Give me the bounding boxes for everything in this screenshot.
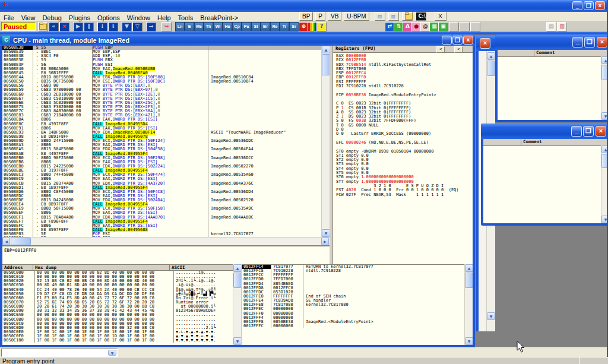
disasm-row[interactable]: 0050BEFE.E8 8597F8FFCALL ImageRed.004956…: [2, 228, 321, 232]
window-close-button[interactable]: ×: [597, 37, 607, 48]
menu-item-help[interactable]: Help: [154, 14, 175, 22]
menu-item-file[interactable]: File: [0, 14, 18, 22]
dump-scrollbar[interactable]: ▲ ▼: [233, 264, 241, 345]
disassembly-pane[interactable]: 0050BE38$55PUSH EBP0050BE39.8BECMOV EBP,…: [2, 46, 321, 237]
menu-item-debug[interactable]: Debug: [39, 14, 65, 22]
comment-window-titlebar[interactable]: _ ❐ ×: [495, 34, 608, 50]
help-icon[interactable]: ?: [316, 22, 327, 31]
pane-button-ln[interactable]: Ln: [175, 22, 185, 31]
bp-button-p[interactable]: P: [315, 12, 325, 21]
window-minimize-button[interactable]: _: [572, 37, 583, 48]
disassembly-scrollbar[interactable]: ▲ ▼: [321, 46, 330, 237]
register-line[interactable]: EFL 00000246 (NO,NB,E,BE,NS,PE,GE,LE): [336, 141, 471, 145]
registers-prev-icon[interactable]: <: [436, 46, 445, 53]
column-comment[interactable]: Comment: [534, 50, 608, 56]
registers-pane[interactable]: Registers (FPU) < < EAX 00000000ECX 0012…: [332, 46, 473, 264]
restart-icon[interactable]: «: [49, 22, 59, 31]
folder-icon[interactable]: [402, 12, 413, 21]
step-over-icon[interactable]: ⇓: [108, 22, 118, 31]
stack-scrollbar[interactable]: ▲ ▼: [464, 264, 473, 345]
scroll-down-icon[interactable]: ▼: [233, 337, 242, 345]
bp-close-button[interactable]: X: [435, 12, 446, 21]
dump-header-address[interactable]: Address: [2, 265, 33, 270]
register-line[interactable]: T 0 GS 0000 NULL: [336, 124, 471, 128]
stack-pane[interactable]: 0012FFC47C817077RETURN to kernel32.7C817…: [242, 264, 464, 345]
dump-pane[interactable]: 0050C00000 00 00 00 00 00 00 00 02 8D 40…: [2, 271, 233, 345]
pane-button-pa[interactable]: Pa: [242, 22, 251, 31]
cpu-minimize-button[interactable]: _: [442, 36, 452, 45]
pause-icon[interactable]: ∥: [84, 22, 94, 31]
scroll-thumb[interactable]: [11, 238, 31, 245]
scroll-thumb[interactable]: [322, 54, 330, 75]
layout-two-icon[interactable]: ▥: [557, 22, 567, 31]
window-icon[interactable]: ▣: [438, 22, 448, 31]
bp-button-u-bpm[interactable]: U-BPM: [344, 12, 369, 21]
register-line[interactable]: FCW 027F Prec NEAR,53 Mask 1 1 1 1 1 1: [336, 193, 471, 197]
menu-item-tools[interactable]: Tools: [175, 14, 197, 22]
disassembly-hscrollbar[interactable]: ◀ ▶: [2, 237, 330, 245]
copy-icon[interactable]: ▤: [375, 12, 385, 21]
registers-prev2-icon[interactable]: <: [454, 46, 463, 53]
bp-button-vb[interactable]: VB: [328, 12, 341, 21]
disasm-row[interactable]: 0050BE3E.53PUSH EBX: [2, 58, 321, 62]
menu-item-view[interactable]: View: [18, 14, 39, 22]
trace-into-icon[interactable]: ▼: [122, 22, 132, 31]
pane-button-re[interactable]: Re: [270, 22, 280, 31]
stack-row[interactable]: 0012FFFC00000000: [242, 324, 464, 328]
goto-icon[interactable]: ↪: [162, 22, 172, 31]
scroll-up-icon[interactable]: ▲: [233, 264, 242, 272]
blank-button[interactable]: [470, 22, 480, 31]
window-maximize-button[interactable]: ❐: [584, 37, 595, 48]
run-icon[interactable]: ▶: [73, 22, 83, 31]
register-line[interactable]: EDI 7C910228 ntdll.7C910228: [336, 84, 471, 88]
pane-button-tr[interactable]: Tr: [280, 22, 289, 31]
chevron-down-icon[interactable]: ▼: [108, 350, 116, 356]
cpu-window-titlebar[interactable]: C CPU - main thread, module ImageRed _ ❐…: [0, 34, 475, 46]
menu-item-options[interactable]: Options: [94, 14, 124, 22]
console-icon[interactable]: C:\: [416, 12, 426, 21]
window-maximize-button[interactable]: ❐: [583, 126, 594, 137]
window-close-button[interactable]: ×: [596, 126, 606, 137]
menu-item-breakpoint[interactable]: BreakPoint->: [197, 14, 242, 22]
scroll-down-icon[interactable]: ▼: [487, 312, 495, 320]
disasm-row[interactable]: 0050BF03.5EPOP ESIkernel32.7C817077: [2, 232, 321, 236]
column-blank[interactable]: [483, 139, 521, 145]
pane-button-sr[interactable]: Sr: [289, 22, 299, 31]
close-button[interactable]: ×: [595, 1, 605, 10]
maximize-button[interactable]: ❐: [584, 1, 594, 10]
column-comment[interactable]: Comment: [521, 139, 608, 145]
scroll-thumb[interactable]: [487, 61, 495, 76]
minimize-button[interactable]: _: [572, 1, 582, 10]
comment-window-titlebar[interactable]: _ ❐ ×: [481, 124, 608, 139]
save-icon[interactable]: ▥: [388, 12, 399, 21]
pane-button-th[interactable]: Th: [204, 22, 213, 31]
pane-button-st[interactable]: St: [251, 22, 261, 31]
bp-button-bp[interactable]: BP: [299, 12, 313, 21]
scroll-down-icon[interactable]: ▼: [465, 337, 473, 345]
command-input[interactable]: ▼: [1, 349, 118, 357]
menu-item-window[interactable]: Window: [124, 14, 154, 22]
dump-row[interactable]: 0050C1001F 00 1F 00 1F 00 1F 00 1F 00 1F…: [2, 338, 233, 343]
layout-one-icon[interactable]: ▤: [546, 22, 556, 31]
scroll-left-icon[interactable]: ◀: [2, 238, 10, 245]
background-window-close-button[interactable]: ×: [480, 38, 490, 49]
cpu-maximize-button[interactable]: ❐: [452, 36, 463, 45]
dump-header-hex[interactable]: Hex dump: [33, 265, 170, 270]
scroll-down-icon[interactable]: ▼: [322, 229, 330, 237]
scroll-up-icon[interactable]: ▲: [465, 264, 473, 272]
scroll-thumb[interactable]: [465, 273, 473, 288]
blank-button[interactable]: [449, 22, 459, 31]
register-line[interactable]: EIP 0050BE38 ImageRed.<ModuleEntryPoint>: [336, 93, 471, 97]
open-file-icon[interactable]: [38, 22, 48, 31]
trace-over-icon[interactable]: ▽: [132, 22, 142, 31]
dump-header-ascii[interactable]: ASCII: [170, 265, 233, 270]
scroll-up-icon[interactable]: ▲: [322, 46, 330, 53]
pane-button-cp[interactable]: Cp: [232, 22, 242, 31]
pane-button-wi[interactable]: Wi: [213, 22, 223, 31]
menu-item-plugins[interactable]: Plugins: [65, 14, 94, 22]
close-program-icon[interactable]: ×: [59, 22, 69, 31]
blank-button[interactable]: [460, 22, 470, 31]
pane-button-e[interactable]: E: [185, 22, 194, 31]
pane-button-me[interactable]: Me: [194, 22, 204, 31]
scroll-right-icon[interactable]: ▶: [321, 238, 329, 245]
